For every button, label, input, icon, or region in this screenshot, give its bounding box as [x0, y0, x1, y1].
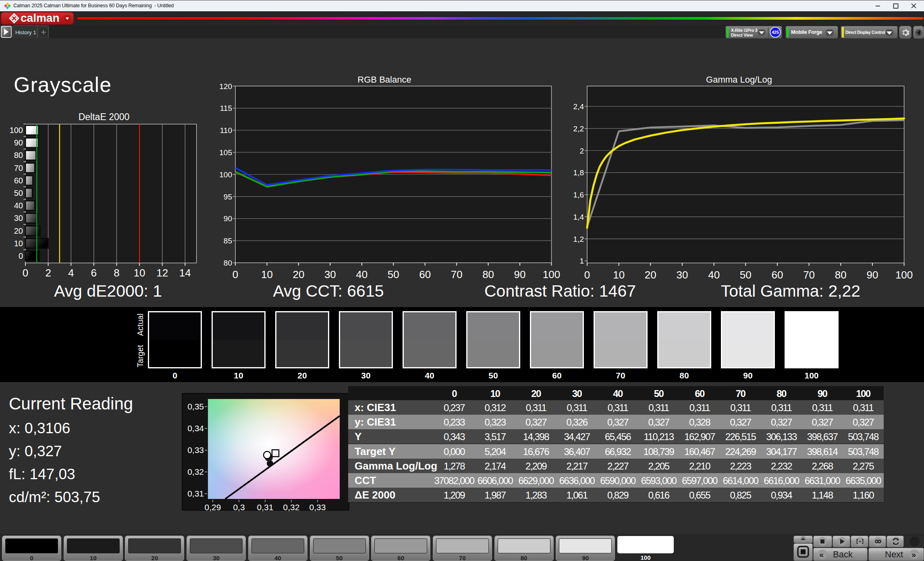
svg-text:10: 10: [261, 268, 273, 280]
svg-text:50: 50: [14, 189, 23, 197]
svg-text:Back: Back: [833, 549, 853, 559]
svg-text:0: 0: [233, 268, 238, 280]
svg-text:60: 60: [14, 176, 23, 185]
svg-text:80: 80: [835, 269, 847, 281]
svg-text:105: 105: [219, 148, 232, 157]
svg-text:70: 70: [451, 268, 463, 280]
svg-text:12: 12: [156, 267, 168, 279]
svg-text:0,31: 0,31: [257, 503, 274, 511]
svg-text:30: 30: [14, 214, 23, 222]
svg-text:90: 90: [224, 214, 232, 223]
svg-text:0,34: 0,34: [187, 424, 204, 433]
svg-text:110: 110: [220, 126, 232, 135]
svg-text:Next: Next: [885, 549, 903, 559]
svg-text:60: 60: [419, 268, 431, 280]
svg-text:100: 100: [895, 269, 913, 281]
svg-text:80: 80: [224, 259, 232, 267]
svg-text:0,35: 0,35: [187, 402, 204, 411]
svg-text:Gamma Log/Log: Gamma Log/Log: [706, 75, 772, 85]
svg-text:2,4: 2,4: [573, 102, 584, 111]
svg-text:85: 85: [224, 237, 232, 245]
svg-text:120: 120: [219, 82, 232, 91]
svg-text:0: 0: [19, 251, 23, 260]
svg-text:40: 40: [708, 269, 720, 281]
svg-text:0,33: 0,33: [309, 503, 326, 511]
svg-text:100: 100: [219, 170, 232, 179]
svg-text:1,8: 1,8: [573, 168, 584, 177]
svg-text:80: 80: [14, 151, 23, 160]
svg-text:1,6: 1,6: [573, 191, 584, 199]
svg-text:2,2: 2,2: [573, 125, 584, 133]
svg-text:40: 40: [14, 201, 23, 210]
svg-text:100: 100: [543, 268, 560, 280]
svg-text:10: 10: [613, 269, 625, 281]
svg-text:RGB Balance: RGB Balance: [357, 75, 411, 85]
svg-text:80: 80: [482, 268, 494, 280]
svg-text:0,32: 0,32: [283, 503, 300, 511]
svg-text:90: 90: [514, 268, 526, 280]
svg-text:20: 20: [293, 268, 304, 280]
svg-text:8: 8: [114, 267, 119, 279]
svg-text:0,3: 0,3: [233, 503, 245, 511]
svg-text:95: 95: [224, 193, 232, 201]
svg-text:DeltaE 2000: DeltaE 2000: [79, 112, 130, 122]
svg-text:6: 6: [91, 267, 97, 279]
svg-text:0,29: 0,29: [205, 503, 221, 511]
svg-text:«: «: [819, 550, 824, 559]
svg-text:90: 90: [14, 138, 23, 147]
svg-text:0,33: 0,33: [187, 445, 204, 455]
svg-text:30: 30: [324, 268, 336, 280]
svg-text:14: 14: [179, 267, 191, 279]
svg-text:50: 50: [388, 268, 399, 280]
svg-text:20: 20: [14, 226, 23, 235]
svg-text:90: 90: [866, 269, 878, 281]
svg-text:40: 40: [356, 268, 368, 280]
svg-text:0: 0: [23, 267, 28, 279]
svg-text:0,32: 0,32: [187, 467, 204, 476]
svg-text:0,31: 0,31: [187, 489, 204, 498]
svg-text:0: 0: [584, 269, 590, 281]
svg-text:100: 100: [10, 126, 23, 135]
svg-text:1,4: 1,4: [573, 213, 584, 221]
svg-text:»: »: [912, 550, 916, 559]
svg-text:10: 10: [134, 267, 145, 279]
svg-text:30: 30: [677, 269, 688, 281]
svg-text:70: 70: [803, 269, 815, 281]
svg-text:4: 4: [68, 267, 74, 279]
svg-text:calman: calman: [21, 13, 60, 24]
svg-text:20: 20: [645, 269, 656, 281]
svg-text:2: 2: [579, 147, 584, 155]
svg-text:1: 1: [579, 257, 584, 265]
svg-text:425: 425: [772, 30, 779, 35]
svg-text:1,2: 1,2: [573, 235, 584, 243]
svg-text:115: 115: [220, 104, 232, 112]
svg-text:60: 60: [771, 269, 783, 281]
svg-text:70: 70: [14, 164, 23, 172]
svg-text:10: 10: [14, 239, 23, 248]
svg-text:2: 2: [45, 267, 51, 279]
svg-text:50: 50: [740, 269, 752, 281]
